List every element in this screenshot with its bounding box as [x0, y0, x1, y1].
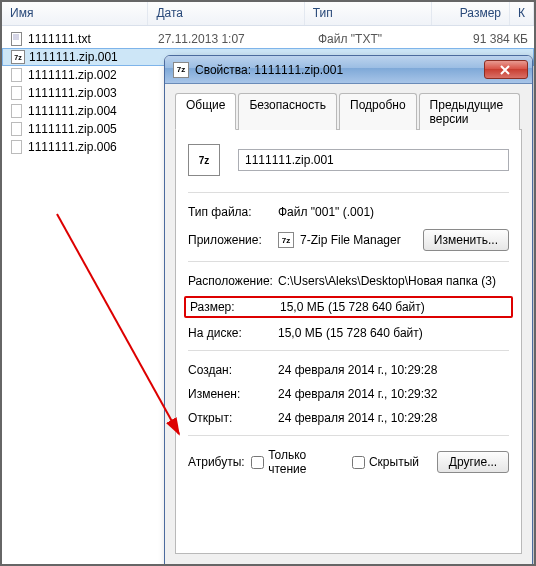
apply-button[interactable]: Применить: [426, 564, 510, 565]
svg-text:7z: 7z: [14, 54, 22, 61]
label-modified: Изменен:: [188, 387, 278, 401]
dialog-title-icon: 7z: [173, 62, 189, 78]
close-icon: [500, 65, 512, 75]
hidden-checkbox-label: Скрытый: [369, 455, 419, 469]
label-app: Приложение:: [188, 233, 278, 247]
hidden-checkbox-input[interactable]: [352, 456, 365, 469]
file-icon: [10, 86, 24, 100]
svg-line-11: [57, 214, 179, 434]
value-on-disk: 15,0 МБ (15 728 640 байт): [278, 326, 509, 340]
file-icon: 7z: [11, 50, 25, 64]
file-name: 1111111.zip.006: [28, 140, 158, 154]
svg-rect-6: [12, 69, 22, 82]
app-icon: 7z: [278, 232, 294, 248]
file-icon: [10, 32, 24, 46]
change-button[interactable]: Изменить...: [423, 229, 509, 251]
svg-rect-7: [12, 87, 22, 100]
file-icon: [10, 122, 24, 136]
close-button[interactable]: [484, 60, 528, 79]
tab-strip: Общие Безопасность Подробно Предыдущие в…: [175, 92, 522, 130]
col-header-k[interactable]: К: [510, 2, 534, 25]
col-header-type[interactable]: Тип: [305, 2, 432, 25]
value-size: 15,0 МБ (15 728 640 байт): [280, 300, 425, 314]
filename-input[interactable]: [238, 149, 509, 171]
value-location: C:\Users\Aleks\Desktop\Новая папка (3): [278, 274, 509, 288]
svg-rect-10: [12, 141, 22, 154]
col-header-name[interactable]: Имя: [2, 2, 148, 25]
label-on-disk: На диске:: [188, 326, 278, 340]
explorer-column-header: Имя Дата Тип Размер К: [2, 2, 534, 26]
col-header-size[interactable]: Размер: [432, 2, 510, 25]
file-icon: [10, 140, 24, 154]
file-icon: [10, 68, 24, 82]
label-file-type: Тип файла:: [188, 205, 278, 219]
tab-general[interactable]: Общие: [175, 93, 236, 130]
readonly-checkbox-input[interactable]: [251, 456, 264, 469]
col-header-date[interactable]: Дата: [148, 2, 304, 25]
value-file-type: Файл "001" (.001): [278, 205, 509, 219]
properties-dialog: 7z Свойства: 1111111.zip.001 Общие Безоп…: [164, 55, 533, 565]
file-name: 1111111.zip.001: [29, 50, 159, 64]
file-name: 1111111.zip.003: [28, 86, 158, 100]
label-created: Создан:: [188, 363, 278, 377]
label-attributes: Атрибуты:: [188, 455, 247, 469]
tab-security[interactable]: Безопасность: [238, 93, 337, 130]
file-type-icon: 7z: [188, 144, 220, 176]
value-created: 24 февраля 2014 г., 10:29:28: [278, 363, 509, 377]
dialog-title: Свойства: 1111111.zip.001: [195, 63, 484, 77]
file-size: 91 384 КБ: [448, 32, 528, 46]
value-modified: 24 февраля 2014 г., 10:29:32: [278, 387, 509, 401]
file-name: 1111111.zip.005: [28, 122, 158, 136]
tab-panel-general: 7z Тип файла: Файл "001" (.001) Приложен…: [175, 130, 522, 554]
dialog-titlebar[interactable]: 7z Свойства: 1111111.zip.001: [165, 56, 532, 84]
label-accessed: Открыт:: [188, 411, 278, 425]
cancel-button[interactable]: Отмена: [340, 564, 418, 565]
other-button[interactable]: Другие...: [437, 451, 509, 473]
svg-rect-9: [12, 123, 22, 136]
label-location: Расположение:: [188, 274, 278, 288]
highlight-box: Размер: 15,0 МБ (15 728 640 байт): [184, 296, 513, 318]
ok-button[interactable]: OK: [254, 564, 332, 565]
file-icon: [10, 104, 24, 118]
dialog-button-bar: OK Отмена Применить: [175, 554, 522, 565]
file-name: 1111111.txt: [28, 32, 158, 46]
label-size: Размер:: [190, 300, 280, 314]
value-accessed: 24 февраля 2014 г., 10:29:28: [278, 411, 509, 425]
file-name: 1111111.zip.002: [28, 68, 158, 82]
value-app: 7-Zip File Manager: [300, 233, 401, 247]
file-type: Файл "TXT": [318, 32, 448, 46]
tab-details[interactable]: Подробно: [339, 93, 417, 130]
readonly-checkbox[interactable]: Только чтение: [247, 448, 330, 476]
file-row[interactable]: 1111111.txt27.11.2013 1:07Файл "TXT"91 3…: [2, 30, 534, 48]
file-name: 1111111.zip.004: [28, 104, 158, 118]
tab-previous[interactable]: Предыдущие версии: [419, 93, 520, 130]
svg-rect-8: [12, 105, 22, 118]
readonly-checkbox-label: Только чтение: [268, 448, 330, 476]
file-date: 27.11.2013 1:07: [158, 32, 318, 46]
hidden-checkbox[interactable]: Скрытый: [348, 453, 419, 472]
